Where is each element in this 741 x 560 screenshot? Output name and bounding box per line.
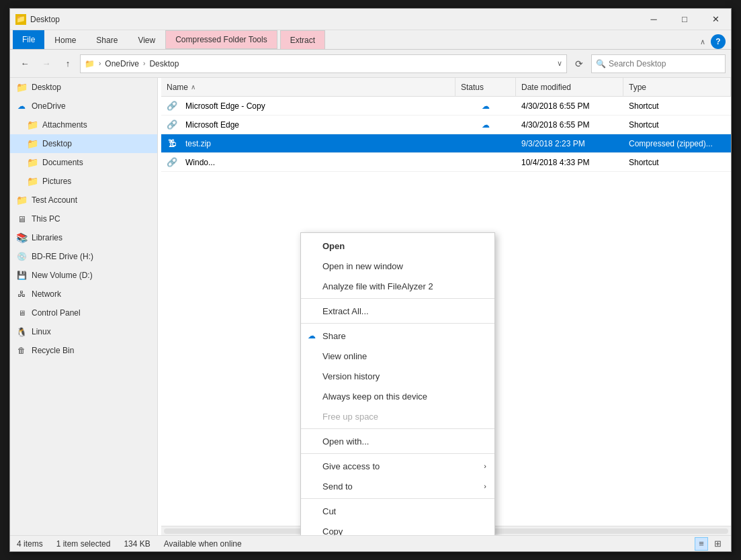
- file-type-cell: Shortcut: [623, 153, 731, 172]
- folder-icon: 📁: [26, 156, 38, 169]
- sidebar-item-label: BD-RE Drive (H:): [32, 252, 93, 261]
- tab-view[interactable]: View: [128, 30, 165, 49]
- file-type-cell: Shortcut: [623, 97, 731, 115]
- tab-file[interactable]: File: [13, 30, 44, 49]
- sidebar-item-pictures[interactable]: 📁 Pictures: [10, 172, 157, 191]
- ctx-analyze-label: Analyze file with FileAlyzer 2: [322, 281, 433, 291]
- sidebar-item-network[interactable]: 🖧 Network: [10, 285, 157, 304]
- file-status-cell: [455, 153, 516, 172]
- col-status-label: Status: [461, 83, 484, 92]
- file-date-cell: 4/30/2018 6:55 PM: [516, 97, 623, 115]
- ctx-open-with[interactable]: Open with...: [301, 431, 494, 451]
- minimize-button[interactable]: ─: [638, 9, 669, 30]
- file-date: 4/30/2018 6:55 PM: [521, 120, 589, 130]
- col-header-name[interactable]: Name ∧: [161, 78, 455, 97]
- address-onedrive[interactable]: OneDrive: [105, 59, 139, 68]
- sidebar-item-this-pc[interactable]: 🖥 This PC: [10, 209, 157, 228]
- zip-icon: 🗜: [167, 138, 177, 149]
- ctx-open-with-label: Open with...: [322, 436, 369, 447]
- sidebar-item-label: OneDrive: [32, 101, 66, 111]
- toolbar-row: ← → ↑ 📁 › OneDrive › Desktop ∨ ⟳ 🔍: [10, 50, 731, 78]
- file-status-cell: [455, 134, 516, 153]
- refresh-button[interactable]: ⟳: [570, 54, 589, 73]
- file-status-cell: ☁: [455, 115, 516, 134]
- table-row[interactable]: 🔗 Microsoft Edge ☁ 4/30/2018 6:55 PM Sho…: [161, 115, 731, 134]
- back-button[interactable]: ←: [15, 54, 34, 73]
- sidebar-item-onedrive[interactable]: ☁ OneDrive: [10, 97, 157, 115]
- ctx-version-history[interactable]: Version history: [301, 366, 494, 386]
- ctx-open-new-window[interactable]: Open in new window: [301, 256, 494, 276]
- ctx-open[interactable]: Open: [301, 236, 494, 256]
- ribbon-expand-button[interactable]: ∧: [697, 36, 708, 48]
- sidebar-item-new-volume[interactable]: 💾 New Volume (D:): [10, 266, 157, 285]
- tab-home-label: Home: [54, 36, 76, 45]
- sort-arrow-icon: ∧: [191, 83, 195, 91]
- ctx-extract-all-label: Extract All...: [322, 306, 369, 316]
- forward-button[interactable]: →: [37, 54, 56, 73]
- search-input[interactable]: [609, 59, 721, 68]
- sidebar-item-libraries[interactable]: 📚 Libraries: [10, 228, 157, 247]
- col-header-status[interactable]: Status: [455, 78, 516, 97]
- sidebar: 📁 Desktop ☁ OneDrive 📁 Attachments 📁 Des…: [10, 78, 158, 535]
- file-date-cell: 10/4/2018 4:33 PM: [516, 153, 623, 172]
- up-button[interactable]: ↑: [58, 54, 77, 73]
- sidebar-item-desktop[interactable]: 📁 Desktop: [10, 78, 157, 97]
- address-icon: 📁: [85, 59, 95, 68]
- linux-icon: 🐧: [15, 326, 28, 338]
- ctx-keep-device[interactable]: Always keep on this device: [301, 386, 494, 406]
- sidebar-item-test-account[interactable]: 📁 Test Account: [10, 191, 157, 209]
- ctx-analyze[interactable]: Analyze file with FileAlyzer 2: [301, 276, 494, 296]
- details-view-button[interactable]: ⊞: [711, 537, 724, 551]
- ctx-view-online[interactable]: View online: [301, 346, 494, 366]
- tab-compressed[interactable]: Compressed Folder Tools: [165, 30, 277, 49]
- drive-icon: 💾: [15, 269, 28, 281]
- sidebar-item-label: Linux: [32, 327, 51, 336]
- cloud-icon: ☁: [15, 100, 28, 112]
- sidebar-item-label: Network: [32, 289, 61, 299]
- control-panel-icon: 🖥: [15, 307, 28, 319]
- ctx-send-to[interactable]: Send to ›: [301, 476, 494, 496]
- ctx-cut-label: Cut: [322, 506, 336, 516]
- file-name-cell: 🔗 Microsoft Edge: [161, 115, 455, 134]
- ctx-extract-all[interactable]: Extract All...: [301, 301, 494, 321]
- tab-home[interactable]: Home: [44, 30, 86, 49]
- file-name-cell: 🗜 test.zip: [161, 134, 455, 153]
- address-dropdown[interactable]: ∨: [557, 59, 562, 68]
- file-name: Microsoft Edge - Copy: [185, 101, 265, 111]
- main-area: 📁 Desktop ☁ OneDrive 📁 Attachments 📁 Des…: [10, 78, 731, 535]
- window-icon: 📁: [15, 14, 26, 25]
- sidebar-item-documents[interactable]: 📁 Documents: [10, 153, 157, 172]
- tab-compressed-label: Compressed Folder Tools: [175, 35, 267, 44]
- file-date: 9/3/2018 2:23 PM: [521, 139, 585, 148]
- address-bar[interactable]: 📁 › OneDrive › Desktop ∨: [80, 54, 567, 73]
- maximize-button[interactable]: □: [669, 9, 700, 30]
- col-header-date[interactable]: Date modified: [516, 78, 623, 97]
- table-row[interactable]: 🔗 Windo... 10/4/2018 4:33 PM Shortcut: [161, 153, 731, 172]
- list-view-button[interactable]: ≡: [695, 537, 708, 551]
- ctx-copy[interactable]: Copy: [301, 521, 494, 535]
- search-box[interactable]: 🔍: [591, 54, 726, 73]
- table-row[interactable]: 🔗 Microsoft Edge - Copy ☁ 4/30/2018 6:55…: [161, 97, 731, 115]
- ctx-give-access[interactable]: Give access to ›: [301, 456, 494, 476]
- ctx-share[interactable]: ☁ Share: [301, 326, 494, 346]
- close-button[interactable]: ✕: [700, 9, 731, 30]
- sidebar-item-recycle-bin[interactable]: 🗑 Recycle Bin: [10, 341, 157, 360]
- tab-share-label: Share: [96, 36, 118, 45]
- col-header-type[interactable]: Type: [623, 78, 731, 97]
- table-row[interactable]: 🗜 test.zip 9/3/2018 2:23 PM Compressed (…: [161, 134, 731, 153]
- tab-share[interactable]: Share: [86, 30, 128, 49]
- cloud-status-icon: ☁: [482, 120, 490, 130]
- sidebar-item-desktop2[interactable]: 📁 Desktop: [10, 134, 157, 153]
- ribbon-tabs: File Home Share View Compressed Folder T…: [10, 30, 731, 49]
- sidebar-item-label: Libraries: [32, 233, 62, 242]
- sidebar-item-label: Documents: [42, 158, 83, 167]
- sidebar-item-linux[interactable]: 🐧 Linux: [10, 322, 157, 341]
- ctx-cut[interactable]: Cut: [301, 501, 494, 521]
- tab-extract[interactable]: Extract: [280, 30, 325, 49]
- sidebar-item-attachments[interactable]: 📁 Attachments: [10, 115, 157, 134]
- sidebar-item-control-panel[interactable]: 🖥 Control Panel: [10, 304, 157, 322]
- address-desktop[interactable]: Desktop: [149, 59, 179, 68]
- sidebar-item-bd-drive[interactable]: 💿 BD-RE Drive (H:): [10, 247, 157, 266]
- help-button[interactable]: ?: [711, 34, 726, 49]
- file-name-cell: 🔗 Windo...: [161, 153, 455, 172]
